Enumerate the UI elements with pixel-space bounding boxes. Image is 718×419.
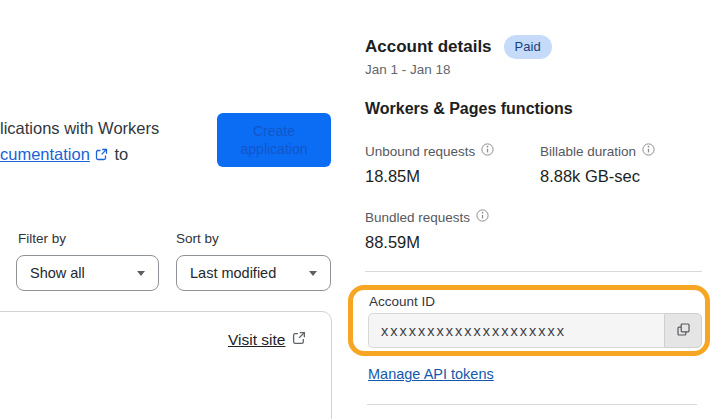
- stat-label: Bundled requests: [365, 210, 470, 225]
- create-application-button[interactable]: Create application: [217, 113, 331, 167]
- workers-pages-dashboard: lications with Workers cumentation to Cr…: [0, 0, 718, 419]
- stat-unbound-requests: Unbound requests 18.85M: [365, 143, 494, 186]
- stat-value: 18.85M: [365, 167, 494, 186]
- account-details-title: Account details: [365, 37, 492, 57]
- copy-icon: [676, 322, 691, 340]
- filter-by-label: Filter by: [18, 231, 66, 246]
- info-icon[interactable]: [476, 209, 489, 225]
- manage-api-tokens-link[interactable]: Manage API tokens: [368, 366, 494, 382]
- visit-site-link[interactable]: Visit site: [228, 331, 308, 349]
- stat-label: Unbound requests: [365, 144, 475, 159]
- sort-dropdown[interactable]: Last modified: [176, 255, 331, 291]
- external-link-icon: [95, 142, 108, 168]
- intro-line-1: lications with Workers: [0, 119, 159, 137]
- plan-badge: Paid: [504, 35, 552, 59]
- stat-billable-duration: Billable duration 8.88k GB-sec: [540, 143, 655, 186]
- documentation-link[interactable]: cumentation: [0, 145, 90, 163]
- filter-dropdown-value: Show all: [30, 265, 85, 281]
- info-icon[interactable]: [642, 143, 655, 159]
- stat-label: Billable duration: [540, 144, 636, 159]
- account-id-group: [368, 313, 702, 348]
- info-icon[interactable]: [481, 143, 494, 159]
- stat-bundled-requests: Bundled requests 88.59M: [365, 209, 489, 252]
- sort-dropdown-value: Last modified: [190, 265, 276, 281]
- stat-value: 88.59M: [365, 233, 489, 252]
- account-id-label: Account ID: [369, 294, 435, 309]
- external-link-icon: [292, 331, 306, 349]
- divider: [367, 404, 697, 405]
- chevron-down-icon: [137, 271, 145, 276]
- chevron-down-icon: [309, 271, 317, 276]
- filter-dropdown[interactable]: Show all: [16, 255, 159, 291]
- copy-button[interactable]: [664, 313, 702, 348]
- intro-text: lications with Workers cumentation to: [0, 115, 159, 168]
- sort-by-label: Sort by: [176, 231, 219, 246]
- intro-line-2-suffix: to: [114, 145, 128, 163]
- project-card: [0, 311, 332, 419]
- functions-section-title: Workers & Pages functions: [365, 100, 573, 118]
- date-range: Jan 1 - Jan 18: [365, 62, 451, 77]
- account-id-input[interactable]: [368, 313, 664, 348]
- stat-value: 8.88k GB-sec: [540, 167, 655, 186]
- divider: [365, 271, 702, 272]
- account-details-header: Account details Paid: [365, 35, 552, 59]
